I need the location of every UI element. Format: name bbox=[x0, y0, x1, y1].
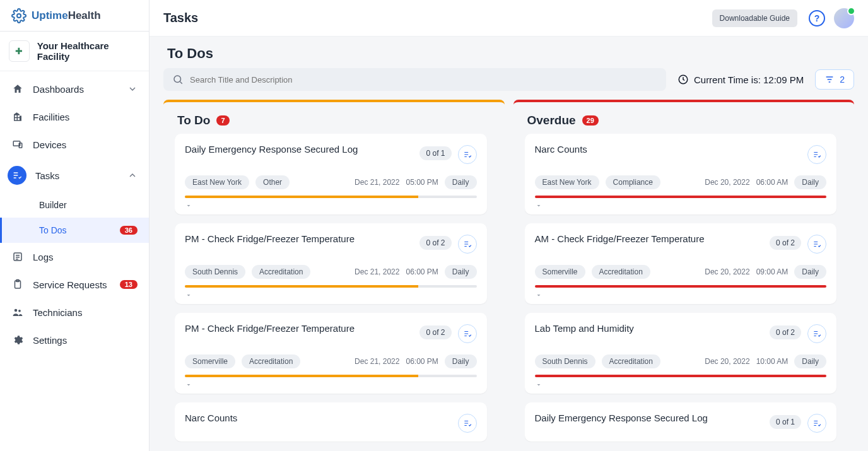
current-time-value: 12:09 PM bbox=[763, 74, 804, 85]
todo-cards-list[interactable]: Daily Emergency Response Secured Log0 of… bbox=[175, 134, 498, 442]
svg-point-0 bbox=[17, 14, 21, 18]
checklist-icon bbox=[463, 419, 472, 428]
sidebar-subitem-builder[interactable]: Builder bbox=[0, 192, 149, 218]
sidebar-item-devices[interactable]: Devices bbox=[0, 131, 149, 158]
brand-logo[interactable]: UptimeHealth bbox=[0, 0, 149, 32]
task-count-pill: 0 of 2 bbox=[770, 325, 801, 339]
task-count-pill: 0 of 1 bbox=[419, 146, 451, 160]
task-expand-toggle[interactable] bbox=[535, 288, 827, 304]
task-tag: Accreditation bbox=[252, 265, 310, 279]
user-avatar[interactable] bbox=[834, 8, 854, 28]
sidebar-item-label: Builder bbox=[39, 200, 67, 210]
svg-point-7 bbox=[18, 310, 21, 312]
task-title: PM - Check Fridge/Freezer Temperature bbox=[185, 232, 413, 244]
task-card[interactable]: Lab Temp and Humidity0 of 2South DennisA… bbox=[525, 313, 837, 394]
task-action-button[interactable] bbox=[458, 235, 477, 254]
task-date: Dec 20, 2022 bbox=[705, 267, 749, 276]
caret-down-icon bbox=[535, 291, 542, 299]
sidebar-item-label: Logs bbox=[33, 252, 54, 262]
sidebar-subitem-todos[interactable]: To Dos 36 bbox=[0, 218, 149, 243]
task-tag: Accreditation bbox=[592, 265, 650, 279]
task-tag: East New York bbox=[535, 175, 599, 189]
task-card[interactable]: Daily Emergency Response Secured Log0 of… bbox=[175, 134, 487, 214]
help-button[interactable]: ? bbox=[809, 10, 825, 26]
list-icon bbox=[11, 250, 24, 263]
checklist-icon bbox=[812, 150, 821, 159]
task-action-button[interactable] bbox=[458, 145, 477, 164]
column-header: To Do 7 bbox=[175, 114, 498, 134]
task-title: PM - Check Fridge/Freezer Temperature bbox=[185, 322, 413, 334]
facility-name: Your Healthcare Facility bbox=[37, 40, 140, 62]
sidebar-item-label: Facilities bbox=[33, 112, 69, 122]
people-icon bbox=[11, 306, 24, 319]
sidebar-item-settings[interactable]: Settings bbox=[0, 326, 149, 354]
task-action-button[interactable] bbox=[807, 414, 826, 433]
service-requests-count-badge: 13 bbox=[120, 280, 138, 289]
task-card[interactable]: PM - Check Fridge/Freezer Temperature0 o… bbox=[175, 313, 487, 394]
task-count-pill: 0 of 2 bbox=[770, 236, 801, 250]
checklist-icon bbox=[463, 329, 472, 338]
task-tag: Other bbox=[255, 175, 290, 189]
task-action-button[interactable] bbox=[807, 235, 826, 254]
checklist-icon bbox=[812, 329, 821, 338]
clipboard-icon bbox=[11, 278, 24, 291]
task-tag: South Dennis bbox=[185, 265, 245, 279]
home-icon bbox=[11, 83, 24, 95]
tasks-icon bbox=[11, 169, 23, 182]
task-card[interactable]: Daily Emergency Response Secured Log0 of… bbox=[525, 402, 837, 442]
sidebar-item-logs[interactable]: Logs bbox=[0, 243, 149, 271]
sidebar-item-service-requests[interactable]: Service Requests 13 bbox=[0, 271, 149, 298]
sidebar-item-dashboards[interactable]: Dashboards bbox=[0, 75, 149, 103]
caret-down-icon bbox=[185, 381, 192, 389]
facility-selector[interactable]: ✚ Your Healthcare Facility bbox=[0, 32, 149, 71]
column-header: Overdue 29 bbox=[525, 114, 848, 134]
filter-row: Current Time is: 12:09 PM 2 bbox=[163, 68, 854, 91]
task-expand-toggle[interactable] bbox=[185, 377, 477, 394]
task-card[interactable]: PM - Check Fridge/Freezer Temperature0 o… bbox=[175, 223, 487, 304]
sidebar-item-label: Dashboards bbox=[33, 84, 84, 95]
todos-count-badge: 36 bbox=[120, 226, 138, 235]
filter-icon bbox=[824, 74, 835, 85]
task-expand-toggle[interactable] bbox=[185, 198, 477, 214]
task-action-button[interactable] bbox=[458, 414, 477, 433]
task-tag: Somerville bbox=[535, 265, 585, 279]
sidebar-item-technicians[interactable]: Technicians bbox=[0, 298, 149, 326]
task-expand-toggle[interactable] bbox=[535, 377, 827, 394]
task-tag: East New York bbox=[185, 175, 249, 189]
task-tag: Accreditation bbox=[242, 354, 300, 368]
overdue-cards-list[interactable]: Narc CountsEast New YorkComplianceDec 20… bbox=[525, 134, 848, 442]
task-expand-toggle[interactable] bbox=[535, 198, 827, 214]
column-overdue: Overdue 29 Narc CountsEast New YorkCompl… bbox=[513, 100, 855, 442]
sidebar-item-label: Tasks bbox=[35, 170, 59, 181]
checklist-icon bbox=[812, 240, 821, 249]
column-title: Overdue bbox=[527, 114, 576, 127]
sidebar-item-tasks[interactable]: Tasks bbox=[0, 158, 149, 192]
task-time: 05:00 PM bbox=[406, 178, 438, 187]
checklist-icon bbox=[463, 240, 472, 249]
svg-point-6 bbox=[15, 309, 18, 312]
task-tag: Accreditation bbox=[602, 354, 660, 368]
task-title: Narc Counts bbox=[535, 143, 802, 155]
sidebar-item-facilities[interactable]: Facilities bbox=[0, 103, 149, 131]
task-frequency: Daily bbox=[794, 175, 826, 189]
column-todo: To Do 7 Daily Emergency Response Secured… bbox=[163, 100, 505, 442]
caret-down-icon bbox=[185, 202, 192, 209]
current-time: Current Time is: 12:09 PM bbox=[677, 74, 804, 85]
sidebar-item-label: Devices bbox=[33, 139, 66, 150]
task-expand-toggle[interactable] bbox=[185, 288, 477, 304]
task-card[interactable]: AM - Check Fridge/Freezer Temperature0 o… bbox=[525, 223, 837, 304]
column-count-badge: 29 bbox=[582, 115, 599, 126]
search-input[interactable] bbox=[190, 75, 657, 85]
task-tag: Compliance bbox=[606, 175, 660, 189]
column-title: To Do bbox=[177, 114, 210, 127]
search-box[interactable] bbox=[163, 68, 666, 91]
task-frequency: Daily bbox=[794, 354, 826, 368]
sidebar-item-label: Settings bbox=[33, 335, 67, 346]
task-action-button[interactable] bbox=[458, 324, 477, 343]
task-card[interactable]: Narc CountsEast New YorkComplianceDec 20… bbox=[525, 134, 837, 214]
task-action-button[interactable] bbox=[807, 324, 826, 343]
filter-button[interactable]: 2 bbox=[815, 69, 854, 90]
task-card[interactable]: Narc Counts bbox=[175, 402, 487, 442]
downloadable-guide-button[interactable]: Downloadable Guide bbox=[712, 9, 797, 27]
task-action-button[interactable] bbox=[807, 145, 826, 164]
